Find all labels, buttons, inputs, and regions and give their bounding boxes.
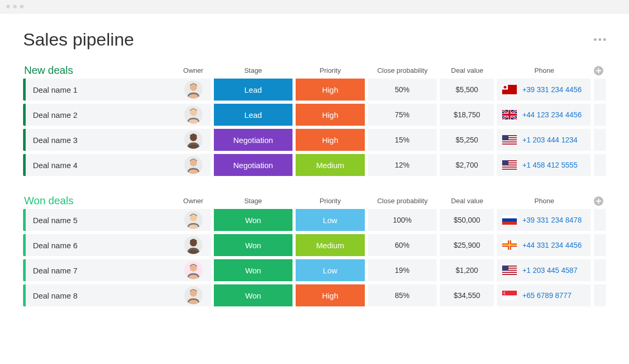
row-extra-cell[interactable]: [594, 284, 606, 306]
priority-cell[interactable]: Low: [296, 259, 365, 281]
priority-cell[interactable]: High: [296, 79, 365, 101]
owner-cell[interactable]: [176, 79, 211, 101]
add-column-button[interactable]: [594, 66, 603, 75]
phone-cell[interactable]: +44 331 234 4456: [497, 234, 591, 256]
column-header-phone[interactable]: Phone: [497, 67, 591, 74]
deal-name-cell[interactable]: Deal name 2: [26, 104, 176, 126]
value-cell[interactable]: $25,900: [440, 234, 494, 256]
column-header-stage[interactable]: Stage: [214, 197, 293, 205]
probability-cell[interactable]: 100%: [368, 209, 437, 231]
svg-rect-26: [502, 166, 517, 167]
group-title[interactable]: Won deals: [23, 195, 176, 207]
phone-link[interactable]: +1 458 412 5555: [522, 161, 578, 169]
probability-cell[interactable]: 15%: [368, 129, 437, 151]
table-row[interactable]: Deal name 4 Negotiation Medium 12% $2,70…: [23, 154, 606, 176]
value-cell[interactable]: $5,250: [440, 129, 494, 151]
value-cell[interactable]: $2,700: [440, 154, 494, 176]
owner-cell[interactable]: [176, 209, 211, 231]
priority-cell[interactable]: High: [296, 129, 365, 151]
value-cell[interactable]: $1,200: [440, 259, 494, 281]
row-extra-cell[interactable]: [594, 209, 606, 231]
phone-cell[interactable]: +39 331 234 4456: [497, 79, 591, 101]
phone-cell[interactable]: +44 123 234 4456: [497, 104, 591, 126]
phone-cell[interactable]: +65 6789 8777: [497, 284, 591, 306]
more-options-button[interactable]: [594, 38, 606, 41]
table-row[interactable]: Deal name 1 Lead High 50% $5,500 +39 331…: [23, 79, 606, 101]
probability-cell[interactable]: 12%: [368, 154, 437, 176]
column-header-priority[interactable]: Priority: [296, 197, 365, 205]
avatar: [185, 131, 202, 149]
table-row[interactable]: Deal name 2 Lead High 75% $18,750 +44 12…: [23, 104, 606, 126]
row-extra-cell[interactable]: [594, 259, 606, 281]
owner-cell[interactable]: [176, 154, 211, 176]
probability-cell[interactable]: 85%: [368, 284, 437, 306]
deal-name-cell[interactable]: Deal name 3: [26, 129, 176, 151]
stage-cell[interactable]: Won: [214, 284, 292, 306]
owner-cell[interactable]: [176, 129, 211, 151]
deal-name-cell[interactable]: Deal name 8: [26, 284, 176, 306]
column-header-probability[interactable]: Close probability: [368, 197, 437, 205]
row-extra-cell[interactable]: [594, 234, 606, 256]
stage-cell[interactable]: Lead: [214, 79, 292, 101]
phone-cell[interactable]: +1 203 444 1234: [497, 129, 591, 151]
owner-cell[interactable]: [176, 259, 211, 281]
probability-cell[interactable]: 50%: [368, 79, 437, 101]
priority-cell[interactable]: Medium: [296, 234, 365, 256]
table-row[interactable]: Deal name 8 Won High 85% $34,550 +65 678…: [23, 284, 606, 306]
phone-link[interactable]: +44 123 234 4456: [522, 111, 581, 119]
stage-cell[interactable]: Won: [214, 259, 292, 281]
probability-cell[interactable]: 60%: [368, 234, 437, 256]
svg-rect-52: [502, 295, 517, 300]
priority-cell[interactable]: High: [296, 104, 365, 126]
probability-cell[interactable]: 19%: [368, 259, 437, 281]
phone-cell[interactable]: +39 331 234 8478: [497, 209, 591, 231]
column-header-probability[interactable]: Close probability: [368, 67, 437, 74]
priority-cell[interactable]: Low: [296, 209, 365, 231]
stage-cell[interactable]: Won: [214, 234, 292, 256]
row-extra-cell[interactable]: [594, 104, 606, 126]
stage-cell[interactable]: Negotiation: [214, 129, 292, 151]
column-header-phone[interactable]: Phone: [497, 197, 591, 205]
owner-cell[interactable]: [176, 104, 211, 126]
column-header-stage[interactable]: Stage: [214, 67, 293, 74]
phone-cell[interactable]: +1 458 412 5555: [497, 154, 591, 176]
row-extra-cell[interactable]: [594, 154, 606, 176]
table-row[interactable]: Deal name 7 Won Low 19% $1,200 +1 203 44…: [23, 259, 606, 281]
column-header-owner[interactable]: Owner: [176, 67, 211, 74]
row-extra-cell[interactable]: [594, 129, 606, 151]
deal-name-cell[interactable]: Deal name 6: [26, 234, 176, 256]
group-title[interactable]: New deals: [23, 64, 176, 76]
value-cell[interactable]: $5,500: [440, 79, 494, 101]
add-column-button[interactable]: [594, 196, 603, 206]
deal-name-cell[interactable]: Deal name 4: [26, 154, 176, 176]
phone-link[interactable]: +44 331 234 4456: [522, 241, 581, 249]
owner-cell[interactable]: [176, 234, 211, 256]
stage-cell[interactable]: Won: [214, 209, 292, 231]
priority-cell[interactable]: High: [296, 284, 365, 306]
priority-cell[interactable]: Medium: [296, 154, 365, 176]
row-extra-cell[interactable]: [594, 79, 606, 101]
value-cell[interactable]: $18,750: [440, 104, 494, 126]
owner-cell[interactable]: [176, 284, 211, 306]
phone-link[interactable]: +65 6789 8777: [522, 291, 571, 300]
phone-link[interactable]: +1 203 445 4587: [522, 266, 578, 274]
phone-link[interactable]: +1 203 444 1234: [522, 136, 578, 144]
probability-cell[interactable]: 75%: [368, 104, 437, 126]
deal-name-cell[interactable]: Deal name 1: [26, 79, 176, 101]
deal-name-cell[interactable]: Deal name 7: [26, 259, 176, 281]
table-row[interactable]: Deal name 6 Won Medium 60% $25,900 +44 3…: [23, 234, 606, 256]
stage-cell[interactable]: Lead: [214, 104, 292, 126]
phone-cell[interactable]: +1 203 445 4587: [497, 259, 591, 281]
table-row[interactable]: Deal name 3 Negotiation High 15% $5,250 …: [23, 129, 606, 151]
table-row[interactable]: Deal name 5 Won Low 100% $50,000 +39 331…: [23, 209, 606, 231]
column-header-owner[interactable]: Owner: [176, 197, 211, 205]
column-header-value[interactable]: Deal value: [440, 67, 494, 74]
phone-link[interactable]: +39 331 234 8478: [522, 216, 581, 224]
phone-link[interactable]: +39 331 234 4456: [522, 85, 581, 94]
stage-cell[interactable]: Negotiation: [214, 154, 292, 176]
column-header-value[interactable]: Deal value: [440, 197, 494, 205]
value-cell[interactable]: $50,000: [440, 209, 494, 231]
deal-name-cell[interactable]: Deal name 5: [26, 209, 176, 231]
column-header-priority[interactable]: Priority: [296, 67, 365, 74]
value-cell[interactable]: $34,550: [440, 284, 494, 306]
